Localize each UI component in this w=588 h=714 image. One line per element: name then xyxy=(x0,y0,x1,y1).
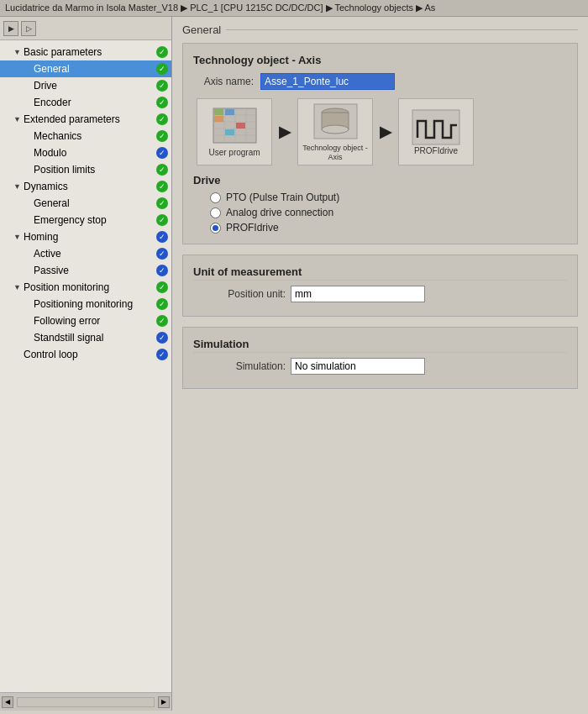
tree-item-homing[interactable]: ▼ Homing ✓ xyxy=(0,228,171,245)
status-icon: ✓ xyxy=(156,231,168,243)
tech-object-box: Technology object - Axis Axis name: xyxy=(182,43,578,244)
drive-section: Drive PTO (Pulse Train Output) Analog dr… xyxy=(193,174,567,234)
tree-item-active[interactable]: Active ✓ xyxy=(0,245,171,262)
position-unit-input[interactable] xyxy=(291,286,425,302)
tech-axis-icon xyxy=(312,102,359,140)
tree-item-dyn-general[interactable]: General ✓ xyxy=(0,195,171,212)
position-unit-row: Position unit: xyxy=(193,286,567,302)
expand-icon[interactable]: ▷ xyxy=(21,21,36,36)
radio-analog[interactable]: Analog drive connection xyxy=(210,207,567,218)
tree-item-label: Emergency stop xyxy=(34,213,155,228)
tree-item-label: Encoder xyxy=(34,95,155,110)
position-unit-label: Position unit: xyxy=(193,288,286,300)
tree-item-modulo[interactable]: Modulo ✓ xyxy=(0,144,171,161)
tree-item-dynamics[interactable]: ▼ Dynamics ✓ xyxy=(0,178,171,195)
tree-item-label: Positioning monitoring xyxy=(34,297,155,312)
axis-name-row: Axis name: xyxy=(193,73,567,90)
simulation-header: Simulation xyxy=(193,338,567,353)
tree-item-basic-params[interactable]: ▼ Basic parameters ✓ xyxy=(0,44,171,60)
profidrive-label: PROFIdrive xyxy=(414,146,458,155)
tree-item-label: Passive xyxy=(34,263,155,278)
status-icon: ✓ xyxy=(156,80,168,92)
right-panel: General Technology object - Axis Axis na… xyxy=(172,17,588,711)
tree-item-label: Position monitoring xyxy=(24,280,155,295)
drive-radio-group: PTO (Pulse Train Output) Analog drive co… xyxy=(193,192,567,234)
left-panel-toolbar: ▶ ▷ xyxy=(0,17,171,40)
radio-label-pto: PTO (Pulse Train Output) xyxy=(226,192,339,203)
status-icon: ✓ xyxy=(156,281,168,293)
tree-item-label: Control loop xyxy=(24,347,155,362)
svg-point-16 xyxy=(322,125,349,134)
left-panel: ▶ ▷ ▼ Basic parameters ✓ General ✓ Drive… xyxy=(0,17,172,711)
tree-item-general[interactable]: General ✓ xyxy=(0,60,171,77)
tree-item-mechanics[interactable]: Mechanics ✓ xyxy=(0,128,171,144)
collapse-icon[interactable]: ▶ xyxy=(3,21,18,36)
simulation-label: Simulation: xyxy=(193,360,286,372)
expand-arrow: ▼ xyxy=(13,45,24,60)
status-icon: ✓ xyxy=(156,181,168,192)
status-icon: ✓ xyxy=(156,248,168,260)
radio-circle-pto[interactable] xyxy=(210,192,221,203)
status-icon: ✓ xyxy=(156,164,168,176)
simulation-input[interactable] xyxy=(291,358,425,375)
expand-arrow: ▼ xyxy=(13,229,24,244)
horizontal-scrollbar[interactable] xyxy=(17,697,155,707)
radio-circle-profidrive[interactable] xyxy=(210,223,221,234)
radio-circle-analog[interactable] xyxy=(210,207,221,218)
status-icon: ✓ xyxy=(156,197,168,209)
tree-item-drive[interactable]: Drive ✓ xyxy=(0,77,171,94)
breadcrumb: Lucidatrice da Marmo in Isola Master_V18… xyxy=(0,0,588,17)
unit-header: Unit of measurement xyxy=(193,265,567,281)
drive-label: Drive xyxy=(193,174,567,186)
status-icon: ✓ xyxy=(156,332,168,344)
tree-item-label: Homing xyxy=(24,229,155,244)
tree-item-control-loop[interactable]: Control loop ✓ xyxy=(0,346,171,363)
tree-item-positioning-monitoring[interactable]: Positioning monitoring ✓ xyxy=(0,296,171,312)
tree-item-label: Dynamics xyxy=(24,179,155,194)
tree-item-position-monitoring[interactable]: ▼ Position monitoring ✓ xyxy=(0,279,171,296)
status-icon: ✓ xyxy=(156,147,168,159)
status-icon: ✓ xyxy=(156,46,168,58)
tree-item-label: Active xyxy=(34,246,155,261)
svg-rect-12 xyxy=(225,129,234,135)
svg-rect-9 xyxy=(214,116,223,122)
expand-arrow: ▼ xyxy=(13,112,24,127)
tree-item-extended-params[interactable]: ▼ Extended parameters ✓ xyxy=(0,111,171,128)
tree-item-standstill-signal[interactable]: Standstill signal ✓ xyxy=(0,329,171,346)
scroll-left-icon[interactable]: ◀ xyxy=(2,696,13,708)
user-program-label: User program xyxy=(208,148,260,157)
tree-item-following-error[interactable]: Following error ✓ xyxy=(0,312,171,329)
tree-item-label: Standstill signal xyxy=(34,330,155,345)
scroll-right-icon[interactable]: ▶ xyxy=(158,696,170,708)
left-panel-scrollbar: ◀ ▶ xyxy=(0,692,171,711)
svg-rect-8 xyxy=(214,109,223,115)
radio-label-profidrive: PROFIdrive xyxy=(226,222,279,234)
status-icon: ✓ xyxy=(156,97,168,108)
simulation-box: Simulation Simulation: xyxy=(182,327,578,389)
status-icon: ✓ xyxy=(156,349,168,360)
svg-rect-11 xyxy=(236,123,245,129)
unit-box: Unit of measurement Position unit: xyxy=(182,255,578,317)
tree-item-encoder[interactable]: Encoder ✓ xyxy=(0,94,171,111)
expand-arrow: ▼ xyxy=(13,179,24,194)
status-icon: ✓ xyxy=(156,315,168,327)
tree-item-label: Basic parameters xyxy=(24,45,155,60)
tree-item-label: Mechanics xyxy=(34,129,155,144)
radio-profidrive[interactable]: PROFIdrive xyxy=(210,222,567,234)
arrow2-icon: ▶ xyxy=(380,123,391,141)
section-title: General xyxy=(182,24,578,36)
user-program-box: User program xyxy=(197,98,272,165)
tree-item-label: General xyxy=(34,61,155,76)
profidrive-icon xyxy=(411,108,461,146)
status-icon: ✓ xyxy=(156,63,168,75)
tree-item-label: Modulo xyxy=(34,145,155,160)
svg-rect-10 xyxy=(225,109,234,115)
tree-item-position-limits[interactable]: Position limits ✓ xyxy=(0,161,171,178)
tech-axis-box: Technology object -Axis xyxy=(297,98,373,165)
status-icon: ✓ xyxy=(156,214,168,226)
tree-item-emergency-stop[interactable]: Emergency stop ✓ xyxy=(0,212,171,228)
radio-pto[interactable]: PTO (Pulse Train Output) xyxy=(210,192,567,203)
axis-name-input[interactable] xyxy=(260,73,395,90)
tree-item-label: Extended parameters xyxy=(24,112,155,127)
tree-item-passive[interactable]: Passive ✓ xyxy=(0,262,171,279)
